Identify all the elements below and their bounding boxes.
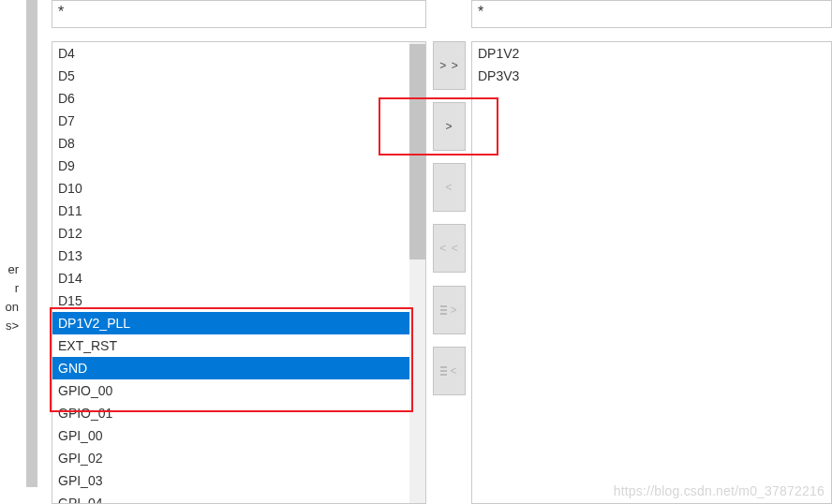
move-all-left-button[interactable]: < < (433, 224, 466, 273)
list-item[interactable]: D14 (52, 267, 409, 289)
list-item[interactable]: GPIO_00 (52, 379, 409, 402)
list-item[interactable]: GPI_04 (52, 492, 409, 503)
list-item[interactable]: GND (52, 357, 409, 379)
list-item[interactable]: GPI_02 (52, 447, 409, 469)
list-item[interactable]: D6 (52, 87, 409, 110)
chevron-left-icon: < (450, 364, 457, 378)
list-item[interactable]: DP1V2_PLL (52, 312, 409, 334)
panel-edge (26, 0, 37, 487)
watermark-text: https://blog.csdn.net/m0_37872216 (614, 483, 825, 498)
filter-left-input[interactable]: * (52, 0, 426, 28)
move-left-button[interactable]: < (433, 163, 466, 212)
truncated-sidebar-text: er r on s> (0, 260, 19, 335)
list-item[interactable]: D15 (52, 289, 409, 312)
list-item[interactable]: D12 (52, 222, 409, 245)
list-item[interactable]: DP3V3 (472, 65, 815, 87)
list-item[interactable]: D9 (52, 155, 409, 177)
list-icon (440, 305, 447, 315)
scrollbar-track[interactable] (409, 42, 425, 503)
list-item[interactable]: D11 (52, 200, 409, 222)
chevron-right-icon: > (450, 304, 457, 317)
aux-button-2[interactable]: < (433, 347, 466, 395)
list-item[interactable]: D7 (52, 110, 409, 132)
list-item[interactable]: GPIO_01 (52, 402, 409, 424)
available-listbox[interactable]: D4D5D6D7D8D9D10D11D12D13D14D15DP1V2_PLLE… (52, 41, 426, 504)
scrollbar-thumb[interactable] (409, 44, 425, 259)
list-item[interactable]: D4 (52, 42, 409, 65)
list-item[interactable]: EXT_RST (52, 334, 409, 357)
list-item[interactable]: D8 (52, 132, 409, 155)
list-item[interactable]: GPI_00 (52, 424, 409, 447)
list-item[interactable]: GPI_03 (52, 469, 409, 492)
move-right-button[interactable]: > (433, 102, 466, 151)
list-item[interactable]: DP1V2 (472, 42, 815, 65)
move-all-right-button[interactable]: > > (433, 41, 466, 90)
aux-button-1[interactable]: > (433, 286, 466, 334)
selected-listbox[interactable]: DP1V2DP3V3 (471, 41, 832, 504)
filter-right-input[interactable]: * (471, 0, 832, 28)
list-icon (440, 366, 447, 376)
list-item[interactable]: D13 (52, 245, 409, 267)
list-item[interactable]: D10 (52, 177, 409, 200)
list-item[interactable]: D5 (52, 65, 409, 87)
